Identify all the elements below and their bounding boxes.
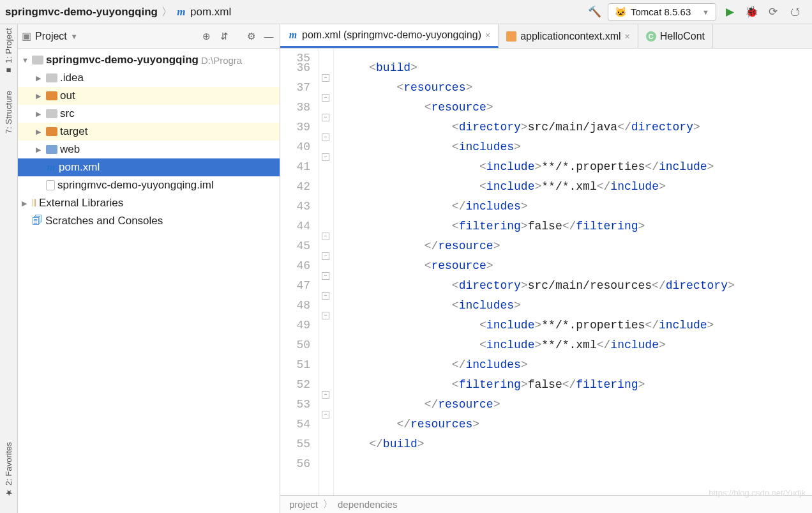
editor-tab[interactable]: mpom.xml (springmvc-demo-yuyongqing)× [280, 24, 499, 48]
folder-icon [32, 56, 43, 65]
breadcrumb-file[interactable]: pom.xml [190, 6, 231, 19]
tree-item-label: target [60, 125, 87, 138]
tab-label: pom.xml (springmvc-demo-yuyongqing) [302, 29, 481, 41]
class-icon: C [646, 31, 656, 42]
tree-root-path: D:\Progra [201, 55, 242, 66]
tree-root-name: springmvc-demo-yuyongqing [46, 54, 199, 66]
collapse-icon[interactable]: ⇵ [217, 29, 231, 43]
arrow-right-icon[interactable] [36, 74, 43, 82]
arrow-right-icon[interactable] [36, 110, 43, 118]
fold-toggle-icon[interactable]: − [322, 153, 329, 161]
libraries-icon: ⫴ [32, 197, 36, 210]
arrow-right-icon[interactable] [22, 199, 29, 208]
tab-label: applicationcontext.xml [520, 31, 620, 42]
tab-favorites[interactable]: ★2: Favorites [4, 442, 13, 498]
tab-label: HelloCont [660, 31, 705, 42]
tree-item[interactable]: target [18, 123, 280, 141]
fold-toggle-icon[interactable]: − [322, 134, 329, 141]
build-icon[interactable]: 🔨 [586, 4, 603, 20]
tree-item-label: out [60, 89, 75, 102]
project-title[interactable]: Project [35, 31, 67, 42]
fold-toggle-icon[interactable]: − [322, 74, 329, 82]
close-icon[interactable]: × [485, 30, 490, 40]
fold-toggle-icon[interactable]: − [322, 114, 329, 121]
project-header: ▣ Project ▼ ⊕ ⇵ ⚙ — [18, 24, 280, 49]
line-gutter[interactable]: 3536373839404142434445464748495051525354… [280, 49, 319, 495]
editor-tab[interactable]: applicationcontext.xml× [499, 24, 638, 48]
code-content[interactable]: <build> <resources> <resource> <director… [334, 49, 812, 495]
arrow-right-icon[interactable] [36, 146, 43, 154]
tree-item-label: src [60, 107, 75, 120]
tree-item[interactable]: out [18, 87, 280, 105]
tab-structure[interactable]: 7: Structure [4, 91, 13, 134]
fold-toggle-icon[interactable]: − [322, 411, 329, 418]
left-tool-tabs: ■1: Project 7: Structure ★2: Favorites [0, 24, 18, 513]
maven-icon: m [176, 6, 186, 19]
fold-toggle-icon[interactable]: − [322, 94, 329, 102]
editor-tab[interactable]: CHelloCont [638, 24, 713, 48]
fold-toggle-icon[interactable]: − [322, 391, 329, 399]
xml-icon [506, 31, 516, 42]
tree-item[interactable]: web [18, 141, 280, 158]
fold-toggle-icon[interactable]: − [322, 233, 329, 240]
editor: mpom.xml (springmvc-demo-yuyongqing)×app… [280, 24, 812, 513]
tree-item-label: web [60, 143, 80, 156]
file-icon [46, 180, 55, 190]
arrow-right-icon[interactable] [36, 128, 43, 136]
editor-tabs: mpom.xml (springmvc-demo-yuyongqing)×app… [280, 24, 812, 49]
chevron-down-icon: ▼ [702, 8, 709, 16]
locate-icon[interactable]: ⊕ [199, 29, 213, 43]
toolbar-right: 🔨 🐱 Tomcat 8.5.63 ▼ ▶ 🐞 ⟳ ⭯ [586, 3, 807, 21]
tree-item[interactable]: mpom.xml [18, 158, 280, 176]
breadcrumb-item[interactable]: project [289, 499, 318, 510]
fold-gutter[interactable]: −−−−−−−−−−−− [319, 49, 334, 495]
project-view-icon: ▣ [22, 30, 31, 42]
chevron-down-icon[interactable]: ▼ [71, 33, 78, 40]
chevron-right-icon: 〉 [162, 4, 172, 19]
stop-button[interactable]: ⭯ [786, 4, 803, 20]
tomcat-icon: 🐱 [615, 6, 627, 18]
top-toolbar: springmvc-demo-yuyongqing 〉 m pom.xml 🔨 … [0, 0, 812, 24]
tree-item-label: pom.xml [59, 161, 100, 174]
fold-toggle-icon[interactable]: − [322, 252, 329, 260]
tree-item-label: springmvc-demo-yuyongqing.iml [57, 179, 214, 192]
code-area[interactable]: 3536373839404142434445464748495051525354… [280, 49, 812, 495]
tree-item[interactable]: springmvc-demo-yuyongqing.iml [18, 176, 280, 194]
folder-icon [46, 127, 57, 136]
folder-icon [46, 91, 57, 100]
breadcrumb-root[interactable]: springmvc-demo-yuyongqing [5, 6, 158, 19]
arrow-down-icon[interactable] [22, 56, 29, 64]
fold-toggle-icon[interactable]: − [322, 292, 329, 300]
run-config-label: Tomcat 8.5.63 [631, 6, 691, 17]
tree-root[interactable]: springmvc-demo-yuyongqing D:\Progra [18, 51, 280, 69]
run-button[interactable]: ▶ [721, 4, 738, 20]
scratches-icon: 🗐 [32, 215, 43, 227]
tree-item[interactable]: src [18, 105, 280, 123]
chevron-right-icon: 〉 [323, 498, 333, 510]
breadcrumb-item[interactable]: dependencies [338, 499, 397, 510]
project-tree[interactable]: springmvc-demo-yuyongqing D:\Progra .ide… [18, 49, 280, 233]
coverage-button[interactable]: ⟳ [765, 4, 781, 20]
editor-breadcrumb[interactable]: project 〉 dependencies [280, 495, 812, 513]
fold-toggle-icon[interactable]: − [322, 312, 329, 319]
folder-icon [46, 145, 57, 154]
folder-icon [46, 73, 57, 82]
tree-scratches[interactable]: 🗐 Scratches and Consoles [18, 212, 280, 230]
run-config-select[interactable]: 🐱 Tomcat 8.5.63 ▼ [608, 3, 716, 21]
tree-external-libraries[interactable]: ⫴ External Libraries [18, 194, 280, 212]
folder-icon [46, 109, 57, 118]
tree-item[interactable]: .idea [18, 69, 280, 87]
maven-icon: m [288, 29, 298, 41]
maven-icon: m [46, 161, 56, 174]
hide-icon[interactable]: — [262, 29, 276, 43]
tab-project[interactable]: ■1: Project [4, 28, 13, 75]
arrow-right-icon[interactable] [36, 92, 43, 100]
project-panel: ▣ Project ▼ ⊕ ⇵ ⚙ — springmvc-demo-yuyon… [18, 24, 280, 513]
tree-item-label: .idea [60, 72, 84, 84]
gear-icon[interactable]: ⚙ [244, 29, 258, 43]
close-icon[interactable]: × [625, 31, 630, 42]
fold-toggle-icon[interactable]: − [322, 272, 329, 280]
breadcrumb: springmvc-demo-yuyongqing 〉 m pom.xml [5, 4, 586, 19]
debug-button[interactable]: 🐞 [743, 4, 760, 20]
